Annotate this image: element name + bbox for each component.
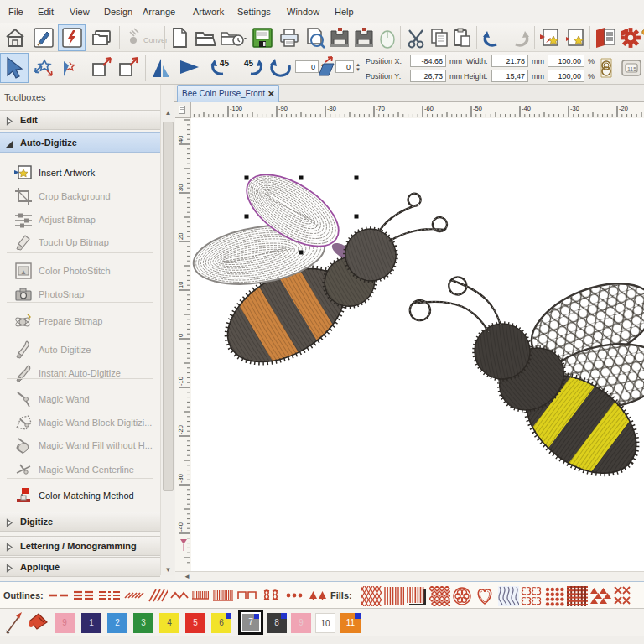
svg-text:▲: ▲	[20, 268, 27, 276]
svg-text:-60: -60	[424, 105, 434, 112]
svg-text:-100: -100	[230, 105, 242, 112]
svg-text:-90: -90	[278, 105, 288, 112]
svg-text:45: 45	[220, 59, 230, 68]
svg-text:-80: -80	[327, 105, 336, 112]
svg-text:10: 10	[177, 282, 184, 288]
svg-text:-20: -20	[619, 105, 628, 112]
svg-text:20: 20	[177, 233, 184, 240]
svg-text:40: 40	[177, 136, 184, 143]
svg-text:0: 0	[177, 334, 184, 337]
svg-text:-10: -10	[177, 377, 184, 386]
svg-text:-20: -20	[177, 425, 184, 434]
svg-text:-30: -30	[177, 474, 184, 483]
svg-text:-30: -30	[570, 105, 579, 112]
svg-text:Convert: Convert	[143, 36, 167, 44]
svg-text:-40: -40	[177, 522, 184, 532]
svg-text:-70: -70	[376, 105, 385, 112]
svg-text:115: 115	[627, 66, 636, 72]
svg-text:-50: -50	[473, 105, 482, 112]
svg-text:-40: -40	[522, 105, 531, 112]
svg-text:45: 45	[244, 59, 254, 68]
svg-text:30: 30	[177, 184, 184, 191]
